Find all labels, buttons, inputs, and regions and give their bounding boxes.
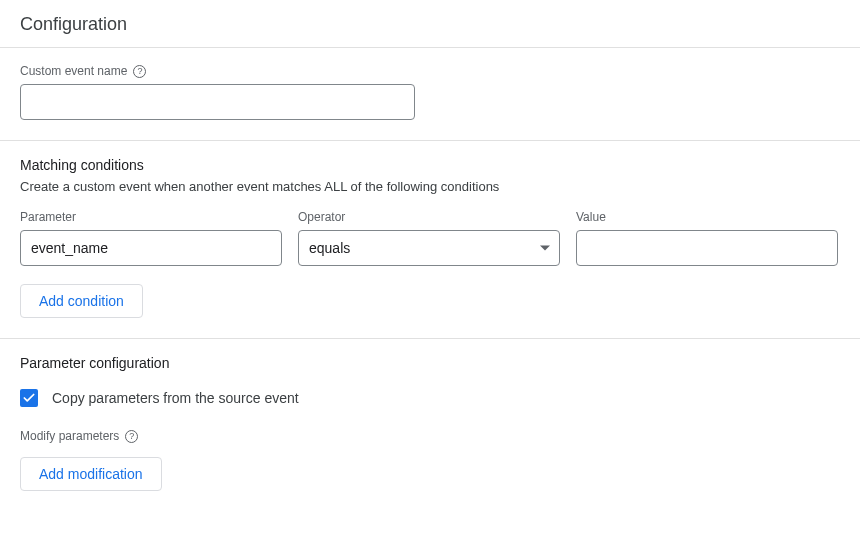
matching-conditions-description: Create a custom event when another event… bbox=[20, 179, 840, 194]
help-icon[interactable]: ? bbox=[125, 430, 138, 443]
matching-conditions-section: Matching conditions Create a custom even… bbox=[0, 141, 860, 339]
parameter-configuration-title: Parameter configuration bbox=[20, 355, 840, 371]
parameter-label: Parameter bbox=[20, 210, 282, 224]
operator-selected-value: equals bbox=[309, 240, 350, 256]
add-modification-button[interactable]: Add modification bbox=[20, 457, 162, 491]
value-field: Value bbox=[576, 210, 838, 266]
value-label: Value bbox=[576, 210, 838, 224]
modify-parameters-label: Modify parameters ? bbox=[20, 429, 840, 443]
copy-parameters-checkbox[interactable] bbox=[20, 389, 38, 407]
panel-header: Configuration bbox=[0, 0, 860, 48]
copy-parameters-row: Copy parameters from the source event bbox=[20, 389, 840, 407]
condition-row: Parameter Operator equals Value bbox=[20, 210, 840, 266]
add-condition-button[interactable]: Add condition bbox=[20, 284, 143, 318]
operator-label: Operator bbox=[298, 210, 560, 224]
operator-select[interactable]: equals bbox=[298, 230, 560, 266]
parameter-field: Parameter bbox=[20, 210, 282, 266]
custom-event-name-input[interactable] bbox=[20, 84, 415, 120]
custom-event-section: Custom event name ? bbox=[0, 48, 860, 141]
matching-conditions-title: Matching conditions bbox=[20, 157, 840, 173]
parameter-input[interactable] bbox=[20, 230, 282, 266]
parameter-configuration-section: Parameter configuration Copy parameters … bbox=[0, 339, 860, 511]
custom-event-name-label-text: Custom event name bbox=[20, 64, 127, 78]
operator-field: Operator equals bbox=[298, 210, 560, 266]
value-input[interactable] bbox=[576, 230, 838, 266]
modify-parameters-label-text: Modify parameters bbox=[20, 429, 119, 443]
checkmark-icon bbox=[22, 391, 36, 405]
configuration-panel: Configuration Custom event name ? Matchi… bbox=[0, 0, 860, 511]
help-icon[interactable]: ? bbox=[133, 65, 146, 78]
page-title: Configuration bbox=[20, 14, 840, 35]
copy-parameters-label: Copy parameters from the source event bbox=[52, 390, 299, 406]
custom-event-name-label: Custom event name ? bbox=[20, 64, 840, 78]
